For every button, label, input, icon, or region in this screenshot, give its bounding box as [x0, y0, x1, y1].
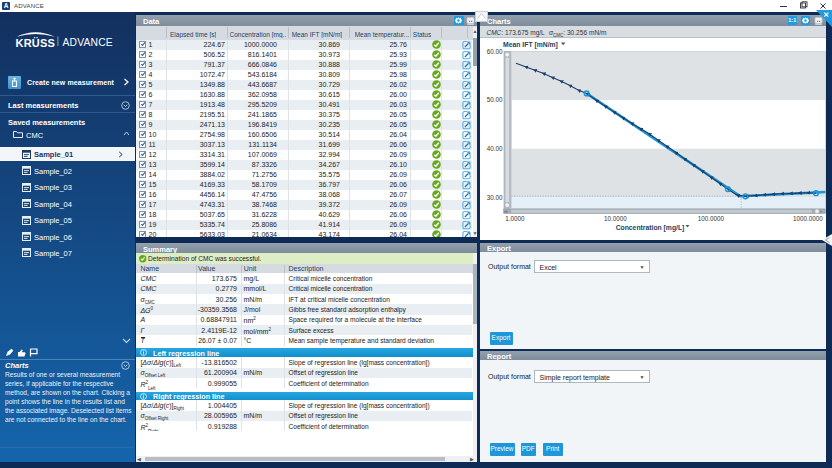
svg-text:1000.0000: 1000.0000 — [793, 215, 823, 222]
svg-text:›: › — [820, 208, 822, 214]
svg-text:1.0000: 1.0000 — [505, 215, 525, 222]
svg-text:‹‹: ‹‹ — [504, 208, 508, 214]
svg-text:60.00: 60.00 — [487, 48, 503, 55]
svg-text:Mean IFT [mN/m]: Mean IFT [mN/m] — [503, 41, 558, 49]
svg-text:ADVANCE: ADVANCE — [63, 37, 113, 48]
svg-text:10.0000: 10.0000 — [604, 215, 627, 222]
svg-text:40.00: 40.00 — [487, 145, 503, 152]
svg-text:KRÜSS: KRÜSS — [16, 37, 56, 49]
svg-text:50.00: 50.00 — [487, 96, 503, 103]
svg-text:Concentration [mg/L]: Concentration [mg/L] — [616, 224, 685, 232]
svg-text:100.0000: 100.0000 — [698, 215, 725, 222]
svg-text:30.00: 30.00 — [487, 194, 503, 201]
